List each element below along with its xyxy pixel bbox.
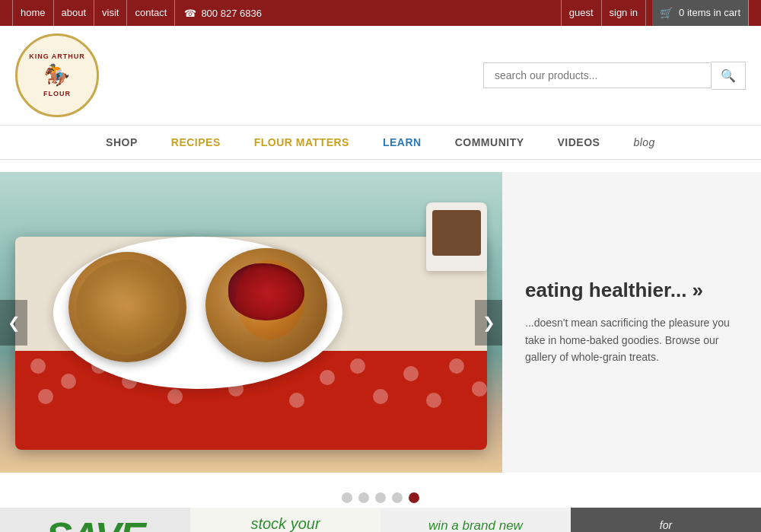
nav-flour-matters[interactable]: FLOUR MATTERS (237, 126, 366, 159)
search-area: 🔍 (483, 62, 746, 90)
pantry-line1: stock your (250, 515, 320, 532)
hero-body: ...doesn't mean sacrificing the pleasure… (525, 314, 738, 365)
search-input[interactable] (483, 62, 712, 88)
nav-shop[interactable]: SHOP (89, 126, 154, 159)
slider-next-button[interactable]: ❯ (475, 300, 502, 346)
promo-pantry-text: stock your PANTRY (243, 514, 329, 532)
promo-save[interactable]: SAVE (0, 508, 190, 532)
dot-4[interactable] (392, 492, 403, 503)
phone-icon: ☎ (184, 8, 196, 19)
nav-learn[interactable]: LEARN (366, 126, 438, 159)
promo-save-text: SAVE (46, 517, 145, 533)
top-bar: home about visit contact ☎ 800 827 6836 … (0, 0, 761, 26)
cart-label: 0 items in cart (679, 0, 740, 26)
promo-pro-text: for PROFESSIONALS (596, 518, 736, 532)
top-bar-user: guest sign in 🛒 0 items in cart (561, 0, 749, 26)
cart-icon: 🛒 (660, 0, 673, 26)
nav-recipes[interactable]: RECIPES (154, 126, 237, 159)
top-bar-nav: home about visit contact ☎ 800 827 6836 (12, 0, 262, 26)
hero-image (0, 172, 502, 473)
nav-videos[interactable]: VIDEOS (541, 126, 617, 159)
logo-text-bottom: FLOUR (29, 90, 85, 98)
site-header: KING ARTHUR 🏇 FLOUR 🔍 (0, 26, 761, 125)
main-nav: SHOP RECIPES FLOUR MATTERS LEARN COMMUNI… (0, 125, 761, 160)
nav-community[interactable]: COMMUNITY (438, 126, 541, 159)
sign-in-link[interactable]: sign in (602, 0, 647, 26)
dot-3[interactable] (375, 492, 386, 503)
phone-number: ☎ 800 827 6836 (175, 8, 262, 19)
dot-2[interactable] (358, 492, 369, 503)
hero-headline: eating healthier... » (525, 279, 738, 302)
dot-1[interactable] (342, 492, 352, 503)
promo-strip: SAVE stock your PANTRY win a brand new K… (0, 508, 761, 532)
nav-contact[interactable]: contact (127, 0, 175, 26)
logo-text-top: KING ARTHUR (29, 53, 85, 61)
nav-blog[interactable]: blog (616, 126, 671, 159)
slider-dots (0, 485, 761, 506)
nav-about[interactable]: about (54, 0, 95, 26)
phone-text: 800 827 6836 (201, 8, 262, 19)
promo-pantry[interactable]: stock your PANTRY (190, 508, 380, 532)
guest-link[interactable]: guest (561, 0, 602, 26)
promo-win-text: win a brand new KITCHENAID® MIXER (397, 518, 555, 532)
slider-prev-button[interactable]: ❮ (0, 300, 27, 346)
promo-professionals[interactable]: for PROFESSIONALS (571, 508, 761, 532)
nav-home[interactable]: home (12, 0, 54, 26)
cart-button[interactable]: 🛒 0 items in cart (652, 0, 749, 26)
nav-visit[interactable]: visit (94, 0, 127, 26)
logo-inner: KING ARTHUR 🏇 FLOUR (25, 49, 89, 101)
hero-text-panel: eating healthier... » ...doesn't mean sa… (502, 172, 761, 473)
hero-slider: eating healthier... » ...doesn't mean sa… (0, 172, 761, 473)
win-line1: win a brand new (428, 518, 523, 532)
promo-win[interactable]: win a brand new KITCHENAID® MIXER (380, 508, 571, 532)
pro-prefix: for (660, 519, 672, 531)
search-button[interactable]: 🔍 (712, 62, 746, 90)
dot-5[interactable] (409, 492, 419, 503)
site-logo[interactable]: KING ARTHUR 🏇 FLOUR (15, 33, 99, 117)
logo-knight-icon: 🏇 (29, 62, 85, 88)
